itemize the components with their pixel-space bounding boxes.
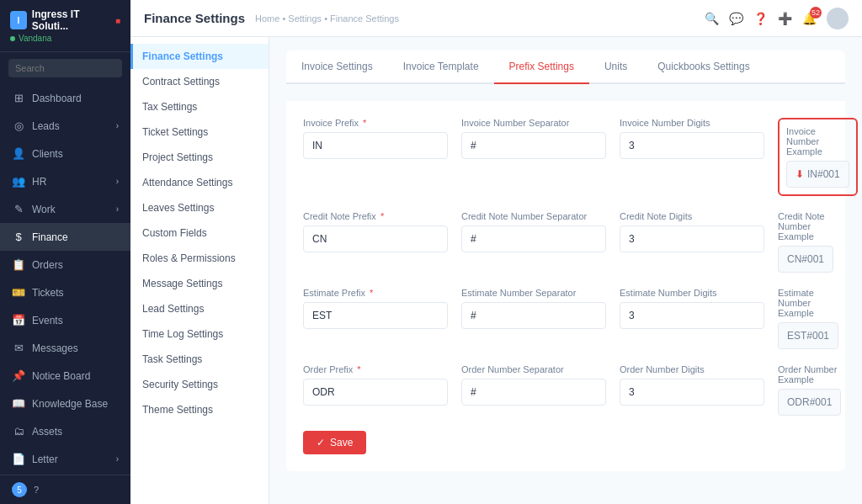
sidebar-item-label: Finance xyxy=(32,231,68,243)
sidebar-item-events[interactable]: 📅 Events xyxy=(0,306,130,334)
settings-item-lead-settings[interactable]: Lead Settings xyxy=(130,296,269,321)
tab-invoice-settings[interactable]: Invoice Settings xyxy=(286,50,388,84)
order-separator-input[interactable] xyxy=(461,379,606,406)
sidebar-item-notice-board[interactable]: 📌 Notice Board xyxy=(0,362,130,390)
order-example-value: ODR#001 xyxy=(778,389,841,416)
user-status: Vandana xyxy=(10,34,120,43)
chevron-right-icon: › xyxy=(116,177,119,186)
sidebar-search-input[interactable] xyxy=(8,59,122,77)
invoice-digits-label: Invoice Number Digits xyxy=(620,118,764,128)
search-icon[interactable]: 🔍 xyxy=(705,12,719,25)
avatar[interactable] xyxy=(827,8,849,29)
sidebar-item-dashboard[interactable]: ⊞ Dashboard xyxy=(0,84,130,112)
sidebar-item-hr[interactable]: 👥 HR › xyxy=(0,167,130,195)
credit-note-separator-group: Credit Note Number Separator xyxy=(461,211,606,273)
sidebar-item-finance[interactable]: $ Finance xyxy=(0,223,130,251)
sidebar-item-orders[interactable]: 📋 Orders xyxy=(0,251,130,279)
order-prefix-input[interactable] xyxy=(303,379,448,406)
main-area: Finance Settings Home • Settings • Finan… xyxy=(130,0,862,504)
brand-name: Ingress IT Soluti... xyxy=(32,8,110,32)
tab-invoice-template[interactable]: Invoice Template xyxy=(388,50,494,84)
form-row-estimate: Estimate Prefix * Estimate Number Separa… xyxy=(303,288,828,349)
settings-item-tax-settings[interactable]: Tax Settings xyxy=(130,94,269,119)
events-icon: 📅 xyxy=(12,314,25,326)
settings-item-contract-settings[interactable]: Contract Settings xyxy=(130,69,269,94)
dashboard-icon: ⊞ xyxy=(12,92,25,104)
settings-item-roles-permissions[interactable]: Roles & Permissions xyxy=(130,246,269,271)
add-icon[interactable]: ➕ xyxy=(778,12,792,25)
sidebar-item-tickets[interactable]: 🎫 Tickets xyxy=(0,279,130,306)
settings-item-project-settings[interactable]: Project Settings xyxy=(130,145,269,170)
settings-item-leaves-settings[interactable]: Leaves Settings xyxy=(130,195,269,220)
sidebar-item-messages[interactable]: ✉ Messages xyxy=(0,334,130,362)
invoice-prefix-label: Invoice Prefix * xyxy=(303,118,448,128)
estimate-separator-group: Estimate Number Separator xyxy=(461,288,606,349)
sidebar-item-assets[interactable]: 🗂 Assets xyxy=(0,417,130,445)
chat-count-badge[interactable]: 5 xyxy=(12,482,27,497)
invoice-example-group: Invoice Number Example ⬇ IN#001 xyxy=(778,118,858,196)
save-button[interactable]: ✓ Save xyxy=(303,431,366,454)
form-row-order: Order Prefix * Order Number Separator Or… xyxy=(303,364,828,416)
settings-item-theme-settings[interactable]: Theme Settings xyxy=(130,397,269,422)
help-icon[interactable]: ? xyxy=(34,485,39,495)
chevron-right-icon: › xyxy=(116,121,119,130)
sidebar-item-work[interactable]: ✎ Work › xyxy=(0,195,130,223)
credit-note-example-label: Credit Note Number Example xyxy=(778,211,833,241)
invoice-digits-group: Invoice Number Digits xyxy=(620,118,764,196)
sidebar-item-clients[interactable]: 👤 Clients xyxy=(0,140,130,167)
help-icon[interactable]: ❓ xyxy=(753,12,768,25)
order-digits-input[interactable] xyxy=(620,379,764,406)
credit-note-prefix-input[interactable] xyxy=(303,225,448,252)
chat-icon[interactable]: 💬 xyxy=(729,12,743,25)
knowledge-base-icon: 📖 xyxy=(12,397,25,410)
settings-item-attendance-settings[interactable]: Attendance Settings xyxy=(130,170,269,195)
credit-note-prefix-group: Credit Note Prefix * xyxy=(303,211,448,273)
sidebar-bottom: 5 ? xyxy=(0,475,130,504)
estimate-example-group: Estimate Number Example EST#001 xyxy=(778,288,838,349)
credit-note-separator-input[interactable] xyxy=(461,225,606,252)
settings-item-security-settings[interactable]: Security Settings xyxy=(130,372,269,397)
orders-icon: 📋 xyxy=(12,258,25,271)
letter-icon: 📄 xyxy=(12,453,25,465)
estimate-prefix-group: Estimate Prefix * xyxy=(303,288,448,349)
estimate-example-value: EST#001 xyxy=(778,322,838,349)
notification-bell[interactable]: 🔔 52 xyxy=(802,12,817,25)
settings-item-finance-settings[interactable]: Finance Settings xyxy=(130,44,269,69)
work-icon: ✎ xyxy=(12,203,25,215)
content-area: Finance Settings Contract Settings Tax S… xyxy=(130,37,862,504)
credit-note-digits-group: Credit Note Digits xyxy=(620,211,764,273)
sidebar-item-label: Leads xyxy=(32,120,60,132)
invoice-prefix-input[interactable] xyxy=(303,132,448,159)
tab-units[interactable]: Units xyxy=(589,50,642,84)
credit-note-digits-input[interactable] xyxy=(620,225,764,252)
settings-item-time-log-settings[interactable]: Time Log Settings xyxy=(130,321,269,347)
sidebar-item-knowledge-base[interactable]: 📖 Knowledge Base xyxy=(0,390,130,417)
invoice-digits-input[interactable] xyxy=(620,132,764,159)
invoice-separator-input[interactable] xyxy=(461,132,606,159)
invoice-separator-group: Invoice Number Separator xyxy=(461,118,606,196)
page-title: Finance Settings xyxy=(144,11,245,25)
tab-quickbooks-settings[interactable]: Quickbooks Settings xyxy=(642,50,764,84)
settings-item-ticket-settings[interactable]: Ticket Settings xyxy=(130,119,269,145)
invoice-example-value: ⬇ IN#001 xyxy=(786,161,849,188)
tab-prefix-settings[interactable]: Prefix Settings xyxy=(494,50,589,84)
settings-item-custom-fields[interactable]: Custom Fields xyxy=(130,220,269,246)
estimate-separator-label: Estimate Number Separator xyxy=(461,288,606,298)
clients-icon: 👤 xyxy=(12,147,25,160)
estimate-prefix-input[interactable] xyxy=(303,302,448,329)
tabs: Invoice Settings Invoice Template Prefix… xyxy=(286,50,845,84)
credit-note-prefix-label: Credit Note Prefix * xyxy=(303,211,448,221)
settings-item-message-settings[interactable]: Message Settings xyxy=(130,271,269,296)
settings-item-task-settings[interactable]: Task Settings xyxy=(130,347,269,372)
order-separator-label: Order Number Separator xyxy=(461,364,606,374)
main-panel: Invoice Settings Invoice Template Prefix… xyxy=(269,37,862,504)
estimate-separator-input[interactable] xyxy=(461,302,606,329)
sidebar-item-label: Clients xyxy=(32,148,63,160)
sidebar-item-letter[interactable]: 📄 Letter › xyxy=(0,445,130,473)
save-button-label: Save xyxy=(330,437,353,448)
estimate-digits-input[interactable] xyxy=(620,302,764,329)
form-row-invoice: Invoice Prefix * Invoice Number Separato… xyxy=(303,118,828,196)
sidebar-item-label: Events xyxy=(32,315,63,326)
sidebar-nav: ⊞ Dashboard ◎ Leads › 👤 Clients 👥 HR › xyxy=(0,84,130,475)
sidebar-item-leads[interactable]: ◎ Leads › xyxy=(0,112,130,140)
